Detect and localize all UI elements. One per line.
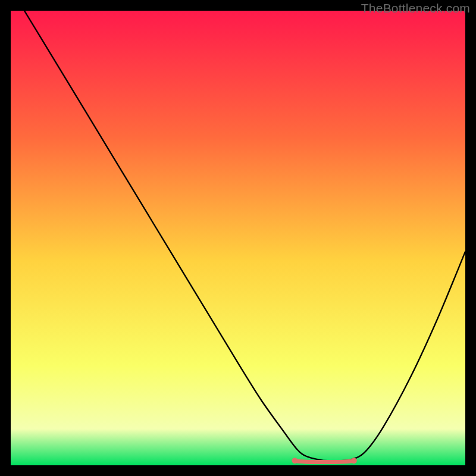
gradient-background	[11, 11, 465, 465]
optimal-range-start-dot	[292, 458, 298, 464]
watermark-text: TheBottleneck.com	[361, 1, 470, 15]
bottleneck-chart	[11, 11, 465, 465]
optimal-range-highlight	[295, 461, 354, 462]
chart-frame	[11, 11, 465, 465]
optimal-range-end-dot	[351, 458, 357, 464]
